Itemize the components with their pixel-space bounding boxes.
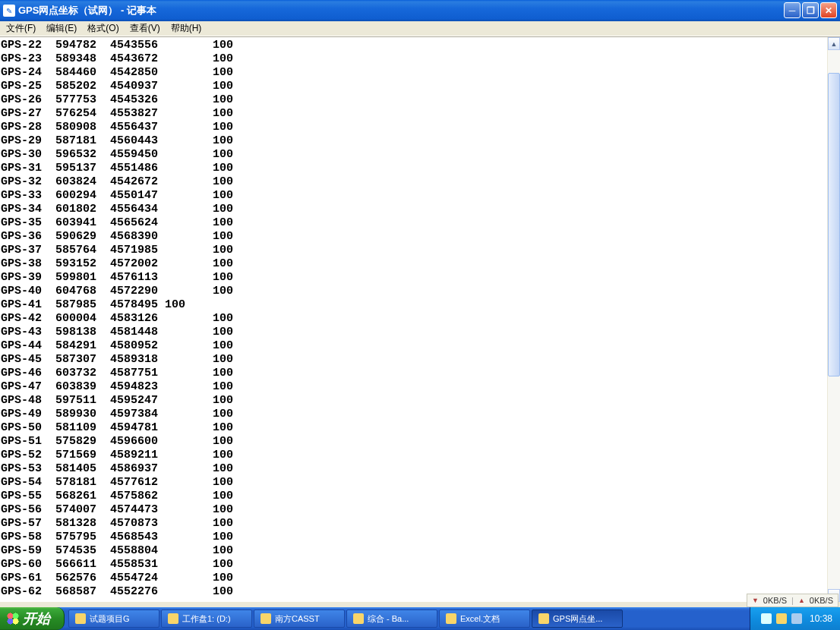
minimize-button[interactable]: ─ — [784, 2, 801, 18]
menu-file[interactable]: 文件(F) — [2, 21, 40, 36]
app-icon: ✎ — [3, 5, 15, 17]
taskbar-item-icon — [446, 613, 456, 624]
taskbar-item-icon — [353, 613, 364, 624]
taskbar-item[interactable]: GPS网点坐... — [532, 610, 623, 628]
menu-help[interactable]: 帮助(H) — [166, 21, 207, 36]
text-editor[interactable]: GPS-22 594782 4543556 100 GPS-23 589348 … — [0, 37, 827, 602]
taskbar-item[interactable]: 综合 - Ba... — [346, 610, 437, 628]
taskbar-item-label: GPS网点坐... — [553, 613, 602, 625]
taskbar-item-icon — [168, 613, 178, 624]
close-button[interactable]: ✕ — [820, 2, 837, 18]
download-icon: ▼ — [752, 597, 759, 604]
status-up: 0KB/S — [810, 596, 833, 605]
menu-bar: 文件(F) 编辑(E) 格式(O) 查看(V) 帮助(H) — [0, 21, 840, 36]
clock[interactable]: 10:38 — [810, 613, 832, 624]
status-overlay: ▼ 0KB/S | ▲ 0KB/S — [747, 594, 838, 607]
taskbar-item[interactable]: 工作盘1: (D:) — [161, 610, 252, 628]
start-label: 开始 — [23, 610, 50, 628]
taskbar-item-label: 综合 - Ba... — [368, 613, 409, 625]
tray-icon[interactable] — [776, 613, 787, 624]
title-bar: ✎ GPS网点坐标（试网） - 记事本 ─ ❐ ✕ — [0, 0, 840, 21]
taskbar-item-label: 南方CASST — [275, 613, 320, 625]
taskbar-item-label: Excel.文档 — [460, 613, 500, 625]
scroll-up-button[interactable]: ▲ — [828, 37, 840, 50]
status-down: 0KB/S — [763, 596, 787, 605]
tray-icon[interactable] — [761, 613, 772, 624]
system-tray[interactable]: 10:38 — [750, 607, 840, 630]
taskbar-item-label: 工作盘1: (D:) — [182, 613, 231, 625]
vertical-scrollbar[interactable]: ▲ ▼ — [827, 37, 840, 602]
menu-edit[interactable]: 编辑(E) — [42, 21, 81, 36]
taskbar: 开始 试题项目G工作盘1: (D:)南方CASST综合 - Ba...Excel… — [0, 607, 840, 630]
window-title: GPS网点坐标（试网） - 记事本 — [18, 4, 156, 17]
maximize-button[interactable]: ❐ — [802, 2, 819, 18]
windows-logo-icon — [6, 612, 20, 625]
scroll-thumb[interactable] — [828, 73, 840, 376]
menu-format[interactable]: 格式(O) — [83, 21, 123, 36]
taskbar-item-icon — [75, 613, 86, 624]
taskbar-item[interactable]: 南方CASST — [254, 610, 345, 628]
taskbar-item-icon — [538, 613, 549, 624]
taskbar-item[interactable]: Excel.文档 — [439, 610, 530, 628]
taskbar-item-icon — [261, 613, 271, 624]
taskbar-item[interactable]: 试题项目G — [68, 610, 159, 628]
scroll-track[interactable] — [828, 50, 840, 589]
upload-icon: ▲ — [798, 597, 805, 604]
tray-icon[interactable] — [791, 613, 802, 624]
start-button[interactable]: 开始 — [0, 607, 65, 630]
taskbar-item-label: 试题项目G — [90, 613, 130, 625]
menu-view[interactable]: 查看(V) — [125, 21, 165, 36]
